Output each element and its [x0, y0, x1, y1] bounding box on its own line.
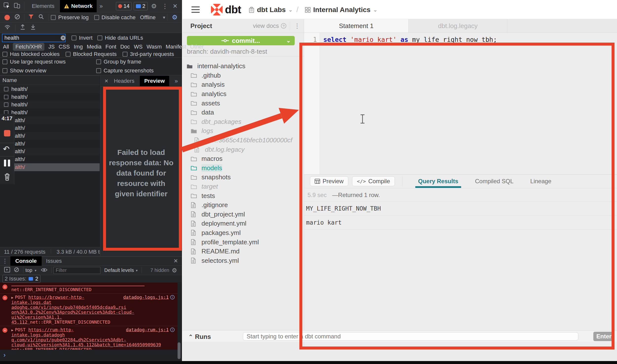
tab-elements[interactable]: Elements — [32, 3, 54, 9]
hamburger-menu-icon[interactable] — [191, 6, 200, 15]
tab-network[interactable]: Network — [60, 0, 97, 12]
type-filter-chip[interactable]: Wasm — [146, 44, 162, 50]
enter-button[interactable]: Enter — [593, 332, 615, 341]
console-settings-gear-icon[interactable]: ⚙ — [172, 267, 177, 274]
file-tree-item[interactable]: snapshots — [182, 173, 304, 182]
filter-funnel-icon[interactable] — [28, 14, 34, 21]
console-error[interactable]: ✕ i ▶ net::ERR_INTERNET_DISCONNECTED — [0, 283, 178, 294]
results-tab[interactable]: Query Results — [418, 175, 458, 188]
file-tree-item[interactable]: packages.yml — [182, 228, 304, 238]
settings-gear-icon[interactable]: ⚙ — [151, 3, 157, 9]
expand-arrow-icon[interactable]: ▶ — [11, 328, 13, 332]
results-tab[interactable]: Compiled SQL — [475, 175, 513, 188]
blocked-cookies-checkbox[interactable]: Has blocked cookies — [2, 51, 60, 57]
commit-dropdown-caret[interactable]: ⌄ — [286, 37, 291, 44]
third-party-checkbox[interactable]: 3rd-party requests — [123, 51, 174, 57]
export-har-icon[interactable] — [30, 24, 36, 32]
tab-console[interactable]: Console — [10, 256, 42, 266]
request-row[interactable]: alth/ — [0, 140, 100, 148]
request-row[interactable]: alth/ — [0, 148, 100, 156]
request-row[interactable]: health/ — [0, 93, 100, 101]
expand-arrow-icon[interactable]: ▶ — [11, 296, 13, 299]
file-tree-item[interactable]: dbt.log.legacy — [182, 145, 304, 154]
error-source[interactable]: datadog-logs.js:1 i — [123, 295, 175, 300]
request-row[interactable]: alth/ — [0, 124, 100, 132]
file-tree-item[interactable]: .github — [182, 71, 304, 80]
undo-icon[interactable]: ↶ — [3, 144, 10, 154]
editor-tab[interactable]: dbt.log.legacy — [409, 19, 507, 33]
file-tree-item[interactable]: analysis — [182, 80, 304, 89]
editor-tab[interactable]: Statement 1 — [304, 19, 409, 33]
file-tree-item[interactable]: assets — [182, 99, 304, 108]
hide-data-urls-checkbox[interactable]: Hide data URLs — [97, 35, 143, 41]
console-prompt[interactable]: › — [0, 350, 182, 361]
type-filter-chip[interactable]: Other — [190, 44, 204, 50]
inspect-element-icon[interactable] — [3, 2, 10, 10]
large-rows-checkbox[interactable]: Use large request rows — [2, 59, 66, 65]
console-scrollbar[interactable] — [178, 342, 181, 359]
show-overview-checkbox[interactable]: Show overview — [2, 67, 46, 74]
file-tree-item[interactable]: README.md — [182, 247, 304, 256]
clear-icon[interactable] — [14, 14, 20, 21]
error-source[interactable]: datadog-rum.js:1 i — [126, 327, 175, 332]
runs-toggle[interactable]: ⌃ Runs — [188, 333, 211, 341]
file-tree-item[interactable]: selectors.yml — [182, 256, 304, 265]
tab-headers[interactable]: Headers — [114, 78, 134, 84]
sql-code-line[interactable]: select 'mario kart' as my_life_right_now… — [323, 36, 497, 43]
issues-counter-chip[interactable]: 2 Issues: 2 — [2, 275, 40, 283]
compile-button[interactable]: </> Compile — [352, 176, 395, 186]
request-row[interactable]: health/ — [0, 109, 100, 116]
detail-more-tabs-icon[interactable]: » — [175, 78, 178, 84]
invert-checkbox[interactable]: Invert — [72, 35, 92, 41]
file-tree-item[interactable]: tests — [182, 191, 304, 200]
network-filter-input[interactable] — [2, 34, 66, 42]
device-toolbar-icon[interactable] — [14, 2, 20, 10]
console-clear-icon[interactable] — [14, 267, 19, 274]
file-tree-item[interactable]: internal-analytics — [182, 62, 304, 71]
file-tree-item[interactable]: macros — [182, 154, 304, 164]
dbt-command-input[interactable] — [243, 332, 578, 341]
file-tree-item[interactable]: target — [182, 182, 304, 191]
dbt-logo-icon[interactable] — [210, 3, 223, 17]
file-tree-item[interactable]: analytics — [182, 89, 304, 99]
stop-recording-button[interactable] — [4, 130, 10, 136]
account-switcher[interactable]: dbt Labs ⌄ — [249, 6, 293, 14]
error-count-badge[interactable]: 14 — [116, 2, 132, 10]
scope-caret-icon[interactable]: ▾ — [35, 269, 36, 272]
close-devtools-icon[interactable]: ✕ — [173, 3, 178, 9]
search-icon[interactable] — [38, 14, 44, 21]
console-sidebar-icon[interactable] — [4, 267, 10, 274]
view-docs-link[interactable]: view docs — [253, 22, 279, 29]
file-tree-item[interactable]: deployment.yml — [182, 219, 304, 228]
request-row[interactable]: health/ — [0, 85, 100, 93]
import-har-icon[interactable] — [20, 24, 25, 32]
type-filter-chip[interactable]: Fetch/XHR — [13, 43, 44, 51]
pause-recording-button[interactable] — [4, 160, 10, 166]
type-filter-chip[interactable]: Doc — [120, 44, 130, 50]
file-tree-item[interactable]: dbt_project.yml — [182, 210, 304, 219]
disable-cache-checkbox[interactable]: Disable cache — [94, 14, 136, 21]
more-tabs-icon[interactable]: » — [100, 3, 103, 9]
type-filter-chip[interactable]: WS — [134, 44, 143, 50]
clear-filter-icon[interactable]: ✕ — [61, 35, 66, 40]
kebab-menu-icon[interactable]: ⋮ — [162, 3, 168, 9]
type-filter-chip[interactable]: Media — [87, 44, 102, 50]
console-error[interactable]: ✕ datadog-rum.js:1 i ▶POST https://rum-h… — [0, 326, 178, 350]
issue-count-badge[interactable]: 2 — [134, 2, 147, 10]
file-tree-item[interactable]: models — [182, 164, 304, 173]
capture-screenshots-checkbox[interactable]: Capture screenshots — [96, 67, 154, 74]
file-tree-item[interactable]: .nf…3665c416bfecb1000000cf — [182, 136, 304, 145]
console-filter-input[interactable] — [54, 267, 100, 274]
file-tree-item[interactable]: logs — [182, 126, 304, 136]
console-scope-select[interactable]: top — [25, 267, 32, 273]
tab-preview[interactable]: Preview — [140, 76, 169, 86]
levels-caret-icon[interactable]: ▾ — [136, 269, 138, 272]
results-tab[interactable]: Lineage — [530, 175, 551, 188]
requests-name-header[interactable]: Name — [0, 75, 100, 85]
close-console-icon[interactable]: ✕ — [174, 258, 178, 264]
type-filter-chip[interactable]: JS — [48, 44, 55, 50]
project-switcher[interactable]: Internal Analytics ⌄ — [305, 6, 378, 14]
file-tree-item[interactable]: .gitignore — [182, 200, 304, 210]
preview-button[interactable]: Preview — [310, 176, 348, 186]
file-tree-item[interactable]: dbt_packages — [182, 117, 304, 127]
